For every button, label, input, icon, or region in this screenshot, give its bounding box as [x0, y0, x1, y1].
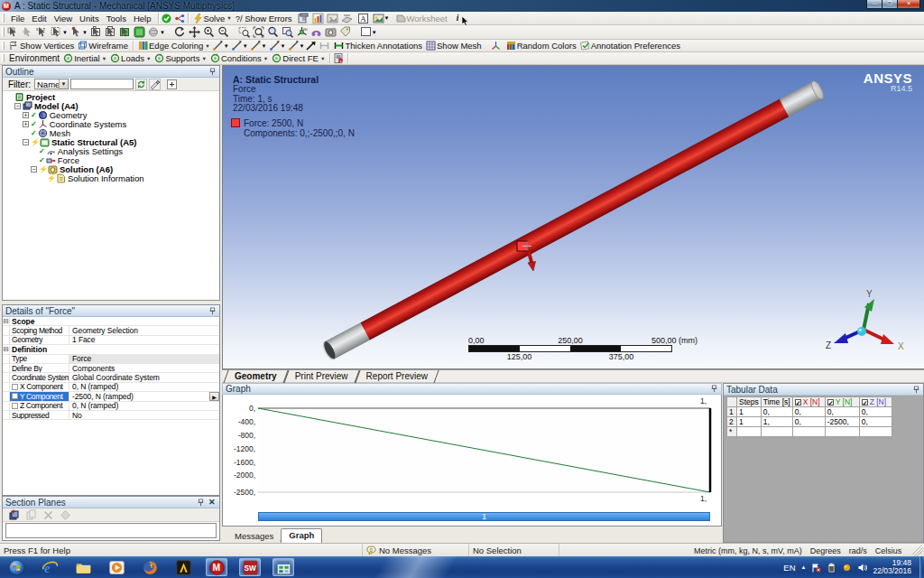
column-checkbox[interactable]: ✓ — [795, 399, 801, 406]
component-checkbox[interactable] — [12, 403, 18, 409]
tree-item-mesh[interactable]: ✓Mesh — [3, 128, 219, 137]
zoom-out-icon[interactable] — [217, 26, 229, 38]
tree-item-solution-a6[interactable]: −⚡Solution (A6) — [3, 164, 219, 173]
tree-item-coordinate-systems[interactable]: +✓Coordinate Systems — [3, 119, 219, 128]
taskbar-ansys-mechanical-icon[interactable]: M — [206, 558, 227, 576]
details-row-coordinate-system[interactable]: Coordinate SystemGlobal Coordinate Syste… — [3, 373, 219, 382]
show-desktop-button[interactable] — [919, 556, 922, 578]
tree-item-geometry[interactable]: +✓Geometry — [3, 110, 219, 119]
tree-expander-icon[interactable]: − — [31, 166, 37, 172]
status-angle-text[interactable]: Degrees — [810, 546, 841, 555]
close-button[interactable]: ✕ — [897, 0, 920, 9]
taskbar-solidworks-icon[interactable]: SW — [239, 558, 261, 576]
taskbar-media-player-icon[interactable] — [106, 558, 127, 576]
section-planes-pin-icon[interactable] — [198, 499, 205, 507]
value-dropdown-button[interactable]: ▶ — [209, 392, 219, 400]
menu-help[interactable]: Help — [130, 13, 155, 24]
rotate-icon[interactable] — [174, 26, 186, 38]
tray-expand-icon[interactable]: ▲ — [801, 564, 807, 570]
show-mesh-button[interactable]: Show Mesh — [424, 40, 484, 51]
wireframe-button[interactable]: Wireframe — [76, 40, 130, 51]
tabular-row[interactable]: * — [727, 427, 892, 437]
tree-expander-icon[interactable]: − — [14, 103, 21, 109]
max-edge-icon[interactable] — [306, 41, 316, 51]
edge-joints-icon[interactable] — [319, 41, 329, 51]
look-at-icon[interactable] — [310, 26, 322, 38]
probe-axes-icon[interactable] — [491, 41, 501, 51]
pick-adjacent-icon[interactable] — [22, 26, 33, 38]
volume-icon[interactable] — [857, 563, 867, 573]
tree-item-analysis-settings[interactable]: ✓Analysis Settings — [3, 146, 219, 155]
edge-direction-icon[interactable] — [212, 40, 224, 51]
restore-button[interactable]: ❐ — [882, 0, 898, 9]
worksheet-button[interactable]: Worksheet — [394, 12, 449, 24]
show-errors-button[interactable]: ?/ Show Errors — [234, 12, 294, 24]
tree-item-model-a4[interactable]: −Model (A4) — [3, 101, 219, 110]
copy-section-plane-button[interactable] — [25, 509, 37, 521]
taskbar-firefox-icon[interactable] — [139, 558, 161, 576]
taskbar-ansys-workbench-icon[interactable] — [172, 558, 194, 576]
tabular-col-Time [s][interactable]: Time [s] — [761, 397, 792, 407]
details-pin-icon[interactable] — [209, 307, 217, 315]
graph-plot-area[interactable]: 0,-400,-800,-1200,-1600,-2000,-2500, 1, … — [222, 395, 722, 527]
tabular-table[interactable]: StepsTime [s]✓X [N]✓Y [N]✓Z [N] 110,0,0,… — [726, 396, 892, 437]
select-edge-box-icon[interactable] — [105, 26, 116, 38]
info-button[interactable]: i — [455, 12, 461, 24]
filter-highlight-button[interactable] — [149, 79, 161, 90]
action-center-icon[interactable] — [811, 563, 821, 573]
details-row-x-component[interactable]: X Component0, N (ramped) — [3, 383, 219, 392]
export-load-icon[interactable] — [333, 52, 345, 64]
pan-icon[interactable] — [189, 26, 200, 38]
section-planes-close-icon[interactable]: ✕ — [208, 499, 217, 507]
tabular-row[interactable]: 110,0,0,0, — [727, 407, 892, 417]
box-zoom-icon[interactable] — [238, 26, 250, 38]
tab-graph[interactable]: Graph — [281, 528, 322, 543]
tree-expander-icon[interactable]: − — [23, 139, 29, 145]
tree-item-static-structural-a5[interactable]: −⚡Static Structural (A5) — [3, 137, 219, 146]
language-indicator[interactable]: EN — [783, 563, 795, 573]
taskbar-internet-explorer-icon[interactable]: e — [39, 558, 60, 576]
tree-expander-icon[interactable]: + — [23, 112, 29, 118]
filter-combo-arrow-icon[interactable]: ▼ — [59, 79, 68, 89]
delete-section-plane-button[interactable] — [42, 509, 54, 521]
select-body-icon[interactable] — [134, 26, 145, 38]
select-face-icon[interactable] — [119, 26, 131, 38]
details-row-suppressed[interactable]: SuppressedNo — [3, 411, 219, 420]
random-colors-button[interactable]: Random Colors — [504, 40, 578, 51]
show-vertices-button[interactable]: Show Vertices — [7, 40, 76, 51]
details-row-scope[interactable]: ⊟Scope — [3, 317, 219, 326]
tabular-row[interactable]: 211,0,-2500,0, — [727, 417, 892, 427]
taskbar-workbench-project-icon[interactable] — [273, 558, 294, 576]
env-supports-button[interactable]: Supports▼ — [152, 53, 208, 63]
pick-label-icon[interactable] — [7, 26, 19, 38]
zoom-window-icon[interactable] — [282, 26, 293, 38]
env-loads-button[interactable]: Loads▼ — [108, 53, 152, 63]
details-row-scoping-method[interactable]: Scoping MethodGeometry Selection — [3, 326, 219, 335]
zoom-in-icon[interactable] — [203, 26, 215, 38]
tabular-col-Y [N][interactable]: ✓Y [N] — [825, 397, 859, 407]
pick-coordinates-icon[interactable]: x,y,z — [36, 26, 48, 38]
step-bar[interactable]: 1 — [258, 512, 710, 521]
thicken-annotations-button[interactable]: Thicken Annotations — [332, 40, 424, 51]
tabular-pin-icon[interactable] — [913, 386, 920, 394]
status-units-text[interactable]: Metric (mm, kg, N, s, mV, mA) — [694, 546, 802, 555]
details-row-geometry[interactable]: Geometry1 Face — [3, 336, 219, 345]
edge-straight-icon[interactable] — [250, 40, 262, 51]
component-checkbox[interactable] — [12, 384, 18, 390]
taskbar-start-orb-icon[interactable] — [5, 558, 27, 576]
edge-midside-icon[interactable] — [231, 40, 243, 51]
menu-edit[interactable]: Edit — [28, 13, 50, 24]
tree-expander-icon[interactable]: + — [23, 121, 29, 127]
menu-units[interactable]: Units — [76, 13, 103, 24]
extend-selection-icon[interactable] — [148, 26, 160, 38]
tab-print-preview[interactable]: Print Preview — [286, 370, 357, 383]
outline-pin-icon[interactable] — [209, 68, 217, 76]
status-temperature-text[interactable]: Celsius — [875, 546, 902, 555]
iso-view-icon[interactable]: ISO — [296, 26, 308, 38]
select-cursor-icon[interactable] — [70, 26, 82, 38]
tabular-col-X [N][interactable]: ✓X [N] — [792, 397, 825, 407]
section-planes-list[interactable] — [5, 523, 217, 538]
tree-item-solution-information[interactable]: ⚡Solution Information — [3, 173, 219, 182]
battery-icon[interactable] — [827, 563, 836, 573]
env-inertial-button[interactable]: Inertial▼ — [61, 53, 108, 63]
